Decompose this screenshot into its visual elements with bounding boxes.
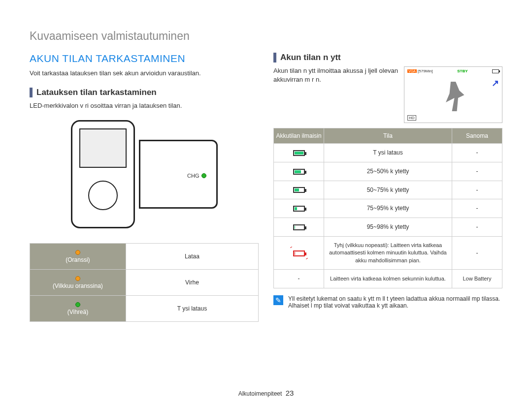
led-state: T ysi lataus	[126, 296, 258, 322]
subhead-charging-status: Latauksen tilan tarkastaminen	[30, 88, 259, 97]
device-front-icon	[71, 120, 135, 228]
battery-3bar-icon	[293, 169, 305, 175]
led-green-icon	[201, 173, 206, 178]
indicator-none: -	[274, 270, 324, 288]
tila-cell: 50~75% k ytetty	[324, 181, 452, 199]
table-row: 95~98% k ytetty -	[274, 218, 502, 237]
two-column-layout: AKUN TILAN TARKASTAMINEN Voit tarkastaa …	[30, 53, 502, 322]
table-row: (Oranssi) Lataa	[30, 244, 259, 270]
table-row: (Vihreä) T ysi lataus	[30, 296, 259, 322]
led-color-label: (Vilkkuu oranssina)	[53, 282, 103, 289]
table-row: 75~95% k ytetty -	[274, 199, 502, 218]
led-orange-icon	[75, 250, 80, 255]
sanoma-cell: -	[452, 144, 502, 162]
tila-cell: 95~98% k ytetty	[324, 218, 452, 237]
right-column: Akun tilan n ytt VGA [579Min] STBY ↗ HD …	[273, 53, 502, 322]
section-title: AKUN TILAN TARKASTAMINEN	[30, 53, 259, 64]
led-color-table: (Oranssi) Lataa (Vilkkuu oranssina) Virh…	[30, 243, 259, 322]
page-number: 23	[286, 389, 294, 397]
body-left: LED-merkkivalon v ri osoittaa virran ja …	[30, 101, 259, 110]
led-green-icon	[75, 302, 80, 307]
vga-badge: VGA	[407, 69, 417, 73]
rec-time: [579Min]	[418, 69, 433, 73]
led-state: Virhe	[126, 270, 258, 296]
arrow-up-right-icon: ↗	[492, 78, 499, 89]
device-detail-icon: CHG	[139, 140, 218, 209]
table-row: 25~50% k ytetty -	[274, 162, 502, 181]
col-state: Tila	[324, 128, 452, 144]
chg-indicator: CHG	[187, 173, 206, 179]
led-state: Lataa	[126, 244, 258, 270]
sanoma-cell: Low Battery	[452, 270, 502, 288]
led-color-label: (Vihreä)	[67, 309, 88, 315]
battery-2bar-icon	[293, 187, 305, 193]
battery-low-icon	[293, 224, 305, 230]
battery-1bar-icon	[293, 206, 305, 212]
tila-cell: Tyhj (vilkkuu nopeasti): Laitteen virta …	[324, 236, 452, 269]
hd-badge: HD	[407, 115, 416, 121]
battery-level-table: Akkutilan ilmaisin Tila Sanoma T ysi lat…	[273, 128, 502, 288]
subhead-battery-display: Akun tilan n ytt	[273, 53, 502, 62]
tila-cell: Laitteen virta katkeaa kolmen sekunnin k…	[324, 270, 452, 288]
sanoma-cell: -	[452, 236, 502, 269]
battery-full-icon	[293, 150, 305, 156]
note-icon: ✎	[273, 295, 283, 305]
tila-cell: T ysi lataus	[324, 144, 452, 162]
sanoma-cell: -	[452, 162, 502, 181]
tila-cell: 75~95% k ytetty	[324, 199, 452, 218]
footer-label: Alkutoimenpiteet	[238, 390, 282, 397]
table-header-row: Akkutilan ilmaisin Tila Sanoma	[274, 128, 502, 144]
sanoma-cell: -	[452, 218, 502, 237]
chg-label-text: CHG	[187, 173, 199, 179]
table-row: - Laitteen virta katkeaa kolmen sekunnin…	[274, 270, 502, 288]
note-block: ✎ Yll esitetyt lukemat on saatu k ytt m …	[273, 295, 502, 309]
device-illustration: CHG	[30, 120, 259, 228]
led-color-label: (Oranssi)	[66, 256, 90, 263]
battery-empty-blink-icon	[293, 250, 305, 256]
skater-silhouette-icon	[441, 82, 466, 111]
tila-cell: 25~50% k ytetty	[324, 162, 452, 181]
col-indicator: Akkutilan ilmaisin	[274, 128, 324, 144]
led-orange-blink-icon	[75, 276, 80, 281]
battery-mini-icon	[492, 69, 499, 73]
sanoma-cell: -	[452, 181, 502, 199]
lcd-preview: VGA [579Min] STBY ↗ HD	[404, 66, 502, 123]
sanoma-cell: -	[452, 199, 502, 218]
stby-label: STBY	[457, 69, 467, 73]
note-text: Yll esitetyt lukemat on saatu k ytt m ll…	[288, 295, 502, 309]
page-footer: Alkutoimenpiteet 23	[0, 389, 532, 397]
table-row: T ysi lataus -	[274, 144, 502, 162]
col-message: Sanoma	[452, 128, 502, 144]
left-column: AKUN TILAN TARKASTAMINEN Voit tarkastaa …	[30, 53, 259, 322]
intro-left: Voit tarkastaa latauksen tilan sek akun …	[30, 69, 259, 77]
table-row: 50~75% k ytetty -	[274, 181, 502, 199]
table-row: (Vilkkuu oranssina) Virhe	[30, 270, 259, 296]
chapter-title: Kuvaamiseen valmistautuminen	[30, 30, 502, 43]
table-row: Tyhj (vilkkuu nopeasti): Laitteen virta …	[274, 236, 502, 269]
